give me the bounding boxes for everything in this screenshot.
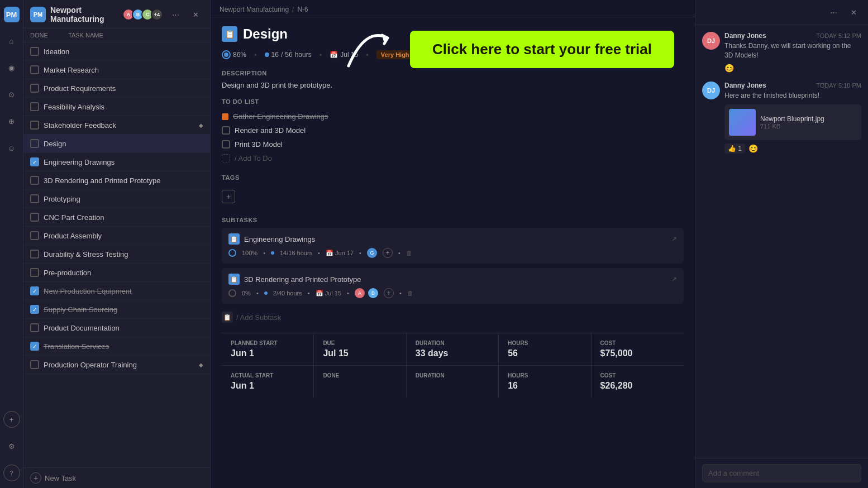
close-panel-btn[interactable]: ✕ xyxy=(188,7,203,22)
task-checkbox-6[interactable] xyxy=(30,139,39,148)
task-checkbox-11[interactable] xyxy=(30,231,39,240)
task-item-8[interactable]: 3D Rendering and Printed Prototype xyxy=(23,171,210,190)
task-checkbox-1[interactable] xyxy=(30,47,39,56)
task-item-4[interactable]: Feasibility Analysis xyxy=(23,98,210,116)
todo-marker-1 xyxy=(222,113,228,120)
add-tag-btn[interactable]: + xyxy=(222,190,235,203)
more-options-btn[interactable]: ⋯ xyxy=(826,4,841,20)
task-name-17: Translation Services xyxy=(44,342,203,351)
task-item-11[interactable]: Product Assembly xyxy=(23,227,210,245)
tags-label: TAGS xyxy=(222,174,684,181)
task-checkbox-10[interactable] xyxy=(30,213,39,222)
close-comment-btn[interactable]: ✕ xyxy=(846,4,861,20)
add-todo-btn[interactable]: / Add To Do xyxy=(222,151,684,165)
todo-item-2: Render and 3D Model xyxy=(222,123,684,137)
task-checkbox-16[interactable] xyxy=(30,323,39,332)
todo-item-1: Gather Engineering Drawings xyxy=(222,109,684,123)
team-icon[interactable]: ⊕ xyxy=(3,113,20,130)
add-todo-box xyxy=(222,154,230,162)
task-name-12: Durability & Stress Testing xyxy=(44,250,203,259)
app-logo[interactable]: PM xyxy=(4,7,20,22)
task-item-3[interactable]: Product Requirements xyxy=(23,79,210,98)
stat-duration: DURATION 33 days xyxy=(407,333,499,365)
task-name-4: Feasibility Analysis xyxy=(44,103,203,111)
hours-meta: 16/56 hours xyxy=(265,51,312,59)
task-item-9[interactable]: Prototyping xyxy=(23,190,210,208)
diamond-icon-18: ◆ xyxy=(199,362,203,368)
subtask-assign-btn-2a[interactable]: A xyxy=(355,288,365,298)
search-icon[interactable]: ⊙ xyxy=(3,86,20,103)
task-checkbox-2[interactable] xyxy=(30,65,39,74)
add-subtask-btn[interactable]: 📋 / Add Subtask xyxy=(222,308,684,326)
add-task-btn[interactable]: + New Task xyxy=(30,472,76,484)
priority-badge[interactable]: Very High xyxy=(376,50,414,59)
user-icon[interactable]: ☺ xyxy=(3,140,20,156)
task-name-7: Engineering Drawings xyxy=(44,158,203,166)
todo-checkbox-3[interactable] xyxy=(222,140,230,149)
subtask-add-assign-2[interactable]: + xyxy=(384,288,394,298)
task-checkbox-3[interactable] xyxy=(30,84,39,93)
task-checkbox-17[interactable] xyxy=(30,342,39,351)
breadcrumb-id[interactable]: N-6 xyxy=(297,6,308,13)
description-text: Design and 3D print the prototype. xyxy=(222,81,684,89)
subtask-add-assign-1[interactable]: + xyxy=(383,248,393,258)
subtask-name-2: 3D Rendering and Printed Prototype xyxy=(244,275,667,284)
comment-panel-actions: ⋯ ✕ xyxy=(695,0,868,25)
task-checkbox-15[interactable] xyxy=(30,305,39,314)
task-checkbox-18[interactable] xyxy=(30,360,39,369)
attachment-thumb-2 xyxy=(729,109,756,136)
task-item-14[interactable]: New Production Equipment xyxy=(23,282,210,300)
subtask-1: 📋 Engineering Drawings ↗ 100% • 14/16 ho… xyxy=(222,228,684,264)
subtask-external-1[interactable]: ↗ xyxy=(671,235,677,243)
task-item-15[interactable]: Supply Chain Sourcing xyxy=(23,300,210,319)
subtask-assign-btn-2b[interactable]: B xyxy=(368,288,378,298)
task-item-2[interactable]: Market Research xyxy=(23,61,210,79)
todo-checkbox-2[interactable] xyxy=(222,126,230,135)
task-checkbox-7[interactable] xyxy=(30,157,39,166)
subtask-assign-btn-1[interactable]: G xyxy=(367,248,377,258)
home-icon[interactable]: ⌂ xyxy=(3,32,20,49)
emoji-react-1[interactable]: 😊 xyxy=(724,64,734,73)
task-checkbox-13[interactable] xyxy=(30,268,39,277)
comment-list: DJ Danny Jones TODAY 5:12 PM Thanks Dann… xyxy=(695,25,868,458)
add-task-label: New Task xyxy=(45,474,76,482)
comment-input[interactable] xyxy=(702,464,861,482)
task-checkbox-5[interactable] xyxy=(30,121,39,130)
stat-planned-start: PLANNED START Jun 1 xyxy=(222,333,314,365)
comment-body-2: Danny Jones TODAY 5:10 PM Here are the f… xyxy=(724,82,861,154)
breadcrumb-project[interactable]: Newport Manufacturing xyxy=(220,6,289,13)
notification-icon[interactable]: ◉ xyxy=(3,59,20,76)
task-item-18[interactable]: Production Operator Training◆ xyxy=(23,356,210,374)
task-item-6[interactable]: Design xyxy=(23,135,210,153)
task-checkbox-4[interactable] xyxy=(30,102,39,111)
subtask-delete-1[interactable]: 🗑 xyxy=(406,250,412,256)
task-item-12[interactable]: Durability & Stress Testing xyxy=(23,245,210,264)
task-checkbox-9[interactable] xyxy=(30,194,39,203)
more-menu-btn[interactable]: ⋯ xyxy=(168,7,183,22)
task-item-10[interactable]: CNC Part Creation xyxy=(23,208,210,227)
avatar-count: +4 xyxy=(151,8,163,21)
task-checkbox-12[interactable] xyxy=(30,250,39,259)
task-item-5[interactable]: Stakeholder Feedback◆ xyxy=(23,116,210,135)
breadcrumb: Newport Manufacturing / N-6 xyxy=(211,0,695,17)
subtask-delete-2[interactable]: 🗑 xyxy=(407,290,413,296)
todo-text-2: Render and 3D Model xyxy=(235,126,306,135)
subtask-external-2[interactable]: ↗ xyxy=(671,275,677,283)
header-avatars: A B C +4 xyxy=(125,8,163,21)
task-checkbox-14[interactable] xyxy=(30,286,39,295)
reaction-thumbs-2[interactable]: 👍 1 xyxy=(724,143,745,154)
task-item-7[interactable]: Engineering Drawings xyxy=(23,153,210,171)
stat-cost: COST $75,000 xyxy=(592,333,684,365)
help-icon[interactable]: ? xyxy=(3,465,20,481)
task-item-16[interactable]: Product Documentation xyxy=(23,319,210,337)
emoji-react-2[interactable]: 😊 xyxy=(748,144,758,153)
task-item-13[interactable]: Pre-production xyxy=(23,264,210,282)
comment-body-1: Danny Jones TODAY 5:12 PM Thanks Danny, … xyxy=(724,32,861,73)
add-icon[interactable]: + xyxy=(3,411,20,428)
task-item-17[interactable]: Translation Services xyxy=(23,337,210,356)
task-item-1[interactable]: Ideation xyxy=(23,42,210,61)
subtask-progress-ring-1 xyxy=(228,249,236,257)
cta-trial-button[interactable]: Click here to start your free trial xyxy=(410,31,674,68)
task-checkbox-8[interactable] xyxy=(30,176,39,185)
settings-icon[interactable]: ⚙ xyxy=(3,438,20,454)
